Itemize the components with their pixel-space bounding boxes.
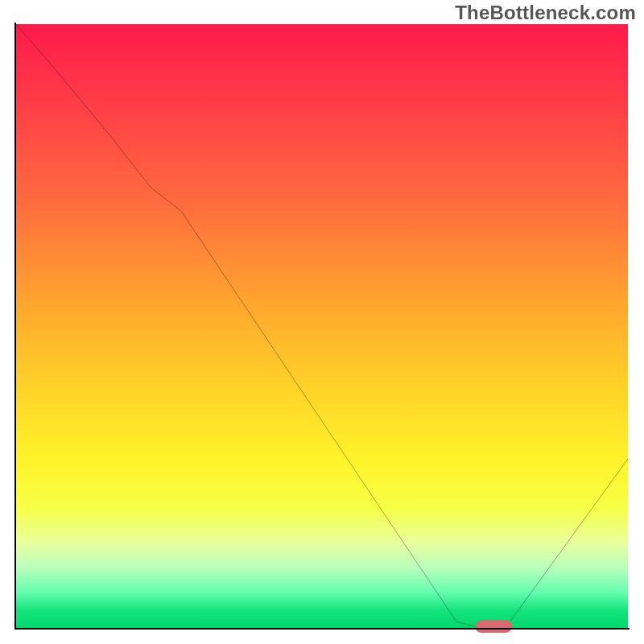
watermark-text: TheBottleneck.com <box>455 2 636 24</box>
y-axis <box>14 23 16 630</box>
x-axis <box>14 628 630 630</box>
curve-path <box>16 24 628 628</box>
chart-container: TheBottleneck.com <box>0 0 644 644</box>
optimum-marker <box>475 620 512 633</box>
bottleneck-curve <box>16 24 628 628</box>
